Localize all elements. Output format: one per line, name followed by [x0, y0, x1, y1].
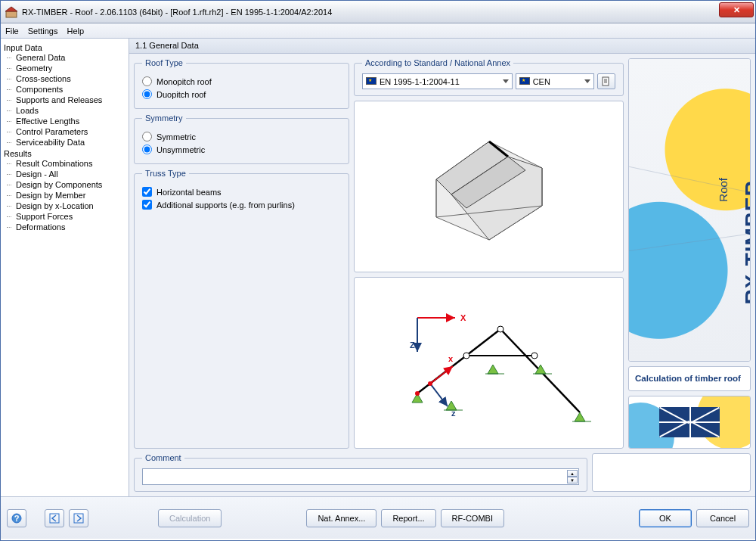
tree-item[interactable]: Design by x-Location: [4, 201, 125, 211]
tree-item[interactable]: Design by Components: [4, 179, 125, 190]
bridge-logo-icon: [659, 407, 720, 437]
symmetric-radio[interactable]: Symmetric: [142, 132, 341, 141]
svg-marker-26: [488, 365, 498, 374]
monopitch-radio[interactable]: Monopitch roof: [142, 76, 341, 86]
document-icon: [601, 76, 612, 87]
menu-bar: File Settings Help: [1, 23, 755, 39]
horizontal-beams-label: Horizontal beams: [156, 188, 222, 197]
roof-type-group: Roof Type Monopitch roof Duopitch roof: [134, 58, 349, 109]
svg-text:z: z: [451, 409, 456, 418]
svg-rect-0: [6, 11, 17, 17]
calculation-button[interactable]: Calculation: [158, 509, 222, 527]
tree-item[interactable]: Deformations: [4, 222, 125, 232]
tree-item[interactable]: Result Combinations: [4, 158, 125, 169]
standard-group: According to Standard / National Annex E…: [354, 58, 624, 96]
help-icon: ?: [11, 513, 22, 524]
tree-item[interactable]: Effective Lengths: [4, 116, 125, 126]
tool-button-2[interactable]: [69, 509, 88, 527]
standard-value: EN 1995-1-1:2004-11: [380, 77, 460, 86]
footer-bar: ? Calculation Nat. Annex... Report... RF…: [1, 496, 755, 539]
svg-text:X: X: [460, 313, 466, 322]
svg-point-22: [463, 353, 469, 359]
standard-combo[interactable]: EN 1995-1-1:2004-11: [362, 73, 513, 89]
tool-button-1[interactable]: [45, 509, 64, 527]
tree-results-group[interactable]: Results: [4, 149, 125, 158]
tree-item[interactable]: General Data: [4, 52, 125, 63]
svg-marker-1: [5, 7, 17, 11]
monopitch-label: Monopitch roof: [156, 77, 212, 86]
tree-item[interactable]: Design - All: [4, 169, 125, 179]
svg-point-38: [415, 391, 420, 396]
comment-group: Comment ▲ ▼: [134, 453, 587, 492]
product-banner: RX-TIMBER Roof: [628, 58, 751, 362]
svg-text:x: x: [448, 354, 454, 363]
tree-item[interactable]: Serviceability Data: [4, 137, 125, 148]
company-logo: [628, 396, 751, 449]
comment-input[interactable]: [142, 468, 579, 485]
additional-supports-label: Additional supports (e.g. from purlins): [156, 201, 295, 210]
svg-line-33: [430, 366, 453, 384]
horizontal-beams-check[interactable]: Horizontal beams: [142, 187, 341, 197]
cancel-button[interactable]: Cancel: [696, 509, 749, 527]
tree-item[interactable]: Support Forces: [4, 211, 125, 222]
comment-up-button[interactable]: ▲: [567, 470, 578, 477]
nat-annex-button[interactable]: Nat. Annex...: [306, 509, 376, 527]
menu-help[interactable]: Help: [67, 26, 84, 36]
svg-point-37: [428, 381, 432, 386]
symmetry-group: Symmetry Symmetric Unsymmetric: [134, 113, 349, 164]
tree-input-group[interactable]: Input Data: [4, 43, 125, 52]
rf-combi-button[interactable]: RF-COMBI: [441, 509, 504, 527]
annex-value: CEN: [533, 77, 550, 86]
svg-point-23: [531, 353, 538, 359]
roof-3d-preview: [354, 101, 624, 272]
standard-settings-button[interactable]: [597, 73, 615, 89]
product-title: RX-TIMBER: [741, 180, 751, 305]
menu-settings[interactable]: Settings: [28, 26, 58, 36]
svg-text:?: ?: [14, 514, 20, 523]
tree-item[interactable]: Components: [4, 84, 125, 95]
tree-item[interactable]: Supports and Releases: [4, 95, 125, 105]
chevron-down-icon: [584, 79, 590, 83]
comment-legend: Comment: [142, 453, 184, 462]
annex-combo[interactable]: CEN: [516, 73, 594, 89]
product-subtitle: Roof: [717, 178, 730, 202]
chevron-down-icon: [503, 79, 509, 83]
additional-supports-check[interactable]: Additional supports (e.g. from purlins): [142, 200, 341, 210]
tree-item[interactable]: Loads: [4, 105, 125, 116]
close-button[interactable]: ✕: [719, 2, 754, 17]
preview-box: [592, 453, 751, 492]
truss-type-group: Truss Type Horizontal beams Additional s…: [134, 169, 349, 449]
eu-flag-icon: [366, 77, 376, 85]
symmetry-legend: Symmetry: [142, 113, 186, 123]
truss-schema-preview: X Z: [354, 277, 624, 449]
standard-legend: According to Standard / National Annex: [362, 58, 513, 67]
help-button[interactable]: ?: [7, 509, 26, 527]
duopitch-radio[interactable]: Duopitch roof: [142, 89, 341, 99]
product-description: Calculation of timber roof: [628, 366, 751, 391]
truss-legend: Truss Type: [142, 169, 189, 178]
tree-item[interactable]: Control Parameters: [4, 126, 125, 137]
comment-down-button[interactable]: ▼: [567, 477, 578, 483]
symmetric-label: Symmetric: [156, 132, 196, 141]
app-icon: [5, 6, 17, 18]
unsymmetric-label: Unsymmetric: [156, 145, 205, 154]
arrow-left-icon: [49, 513, 60, 524]
tree-item[interactable]: Geometry: [4, 63, 125, 73]
unsymmetric-radio[interactable]: Unsymmetric: [142, 145, 341, 154]
tree-item[interactable]: Cross-sections: [4, 73, 125, 84]
report-button[interactable]: Report...: [381, 509, 435, 527]
menu-file[interactable]: File: [5, 26, 19, 36]
roof-type-legend: Roof Type: [142, 58, 186, 67]
pane-title: 1.1 General Data: [129, 39, 755, 54]
svg-point-21: [497, 326, 503, 332]
window-title: RX-TIMBER - Roof - 2.06.1103 (64bit) - […: [22, 8, 751, 17]
ok-button[interactable]: OK: [639, 509, 692, 527]
nav-tree: Input Data General Data Geometry Cross-s…: [1, 39, 129, 496]
duopitch-label: Duopitch roof: [156, 90, 206, 99]
arrow-right-icon: [73, 513, 84, 524]
tree-item[interactable]: Design by Member: [4, 190, 125, 201]
svg-marker-28: [575, 412, 585, 421]
svg-line-35: [430, 384, 448, 406]
eu-flag-icon: [519, 77, 530, 85]
title-bar: RX-TIMBER - Roof - 2.06.1103 (64bit) - […: [1, 1, 755, 23]
